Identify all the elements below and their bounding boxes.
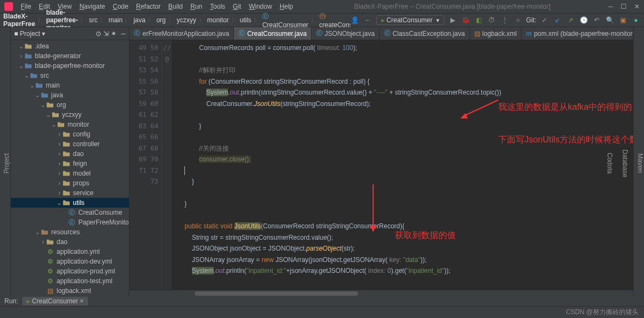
git-rollback-icon[interactable]: ↶ [592,15,602,25]
horizontal-scrollbar[interactable] [129,290,633,296]
tree-node[interactable]: ›blade-generator [11,51,129,61]
editor-tab[interactable]: ⓒCreatConsumer.java [234,27,311,40]
annotation-text-2: 下面写JsonUtils方法的时候将这个数据作为参数传入 [498,134,633,146]
tree-node[interactable]: ⓒPaperFreeMonito [11,217,129,227]
project-tree[interactable]: ⌄.idea›blade-generator⌄blade-paperfree-m… [11,40,129,296]
tree-node[interactable]: ⌄monitor [11,120,129,129]
status-bar: CSDN @努力搬砖的猪头 [0,306,644,318]
breadcrumb-item[interactable]: monitor [207,16,229,24]
tree-node[interactable]: ⚙application-dev.yml [11,257,129,266]
back-icon[interactable]: ← [363,15,373,25]
annotation-text-1: 我这里的数据是从kafka中的得到的 [498,101,633,113]
codota-icon[interactable]: ● [631,15,641,25]
window-controls: ─ ☐ ✕ [608,3,640,10]
main-area: Project Commit Structure ■ Project ▾ ⊙ ⇲… [0,27,644,296]
tree-node[interactable]: ›config [11,129,129,139]
tree-node[interactable]: ▤logback.xml [11,286,129,296]
tree-node[interactable]: ›props [11,178,129,188]
breadcrumb-item[interactable]: ⓜ createConsumer [319,12,350,29]
project-tool-button[interactable]: Project [3,153,10,173]
gutter-marks: // @ [162,40,172,290]
code-area: 49 50 51 52 53 54 55 56 57 58 59 60 61 6… [129,40,633,290]
project-panel: ■ Project ▾ ⊙ ⇲ ✶ ─ ⌄.idea›blade-generat… [11,27,129,296]
editor-tab[interactable]: ⓒClassCastException.java [380,27,470,40]
breadcrumb-item[interactable]: utils [240,16,251,24]
tree-node[interactable]: ⌄utils [11,198,129,208]
right-tool-stripe: Maven Database Codota [633,27,644,296]
tree-node[interactable]: ⌄yczxyy [11,110,129,120]
git-label: Git: [526,16,536,24]
tree-node[interactable]: ⌄blade-paperfree-monitor [11,61,129,71]
select-opened-file-icon[interactable]: ⊙ [96,30,101,38]
editor-tab[interactable]: ⓒerFreeMonitorApplication.java [129,27,234,40]
maximize-icon[interactable]: ☐ [621,3,627,10]
breadcrumb-item[interactable]: yczxyy [177,16,196,24]
annotation-text-3: 获取到数据的值 [395,230,456,241]
breadcrumb-item[interactable]: org [156,16,165,24]
tree-node[interactable]: ›dao [11,237,129,247]
user-icon[interactable]: 👤 [350,15,360,25]
minimize-icon[interactable]: ─ [608,3,613,10]
tree-node[interactable]: ⌄resources [11,227,129,237]
breadcrumb-item[interactable]: BladeX-PaperFree [3,13,35,28]
tree-node[interactable]: ›target [11,296,129,296]
editor-tab[interactable]: ▤logback.xml [470,27,522,40]
tree-node[interactable]: ⌄main [11,80,129,90]
tree-node[interactable]: ›model [11,169,129,178]
run-icon[interactable]: ▶ [448,15,457,25]
line-gutter: 49 50 51 52 53 54 55 56 57 58 59 60 61 6… [129,40,162,290]
tree-node[interactable]: ⚙application-prod.yml [11,266,129,276]
attach-icon[interactable]: ⋮ [500,15,510,25]
tree-node[interactable]: ⌄org [11,100,129,110]
git-branch-icon[interactable]: ✓ [540,15,549,25]
coverage-icon[interactable]: ◧ [474,15,484,25]
breadcrumb-item[interactable]: main [108,16,122,24]
run-label: Run: [4,297,18,305]
stop-icon[interactable]: ■ [513,15,523,25]
search-icon[interactable]: 🔍 [605,15,615,25]
run-tool-window: Run: ▸ CreatConsumer × [0,296,644,306]
project-panel-title: ■ Project ▾ [14,30,45,38]
breadcrumb-item[interactable]: java [133,16,145,24]
debug-icon[interactable]: 🐞 [461,15,470,25]
git-history-icon[interactable]: 🕓 [579,15,589,25]
git-update-icon[interactable]: ↙ [553,15,562,25]
navigation-bar: BladeX-PaperFree〉blade-paperfree-monitor… [0,13,644,27]
tree-node[interactable]: ⓒCreatConsume [11,208,129,217]
left-tool-stripe: Project Commit Structure [0,27,11,296]
project-panel-header: ■ Project ▾ ⊙ ⇲ ✶ ─ [11,27,129,40]
editor-tab[interactable]: ⓒJSONObject.java [312,27,380,40]
tree-node[interactable]: ›controller [11,139,129,149]
tree-node[interactable]: ⌄.idea [11,41,129,51]
profile-icon[interactable]: ⏱ [487,15,497,25]
git-push-icon[interactable]: ↗ [566,15,575,25]
tree-node[interactable]: ⌄java [11,90,129,100]
run-tab[interactable]: ▸ CreatConsumer × [22,297,88,305]
expand-all-icon[interactable]: ⇲ [103,30,109,38]
run-toolbar: 👤 ← ▸CreatConsumer ▾ ▶ 🐞 ◧ ⏱ ⋮ ■ Git: ✓ … [350,15,641,25]
tree-node[interactable]: ›feign [11,159,129,169]
tree-node[interactable]: ⌄src [11,71,129,80]
breadcrumb-item[interactable]: src [89,16,97,24]
watermark: CSDN @努力搬砖的猪头 [566,308,639,317]
run-config-dropdown[interactable]: ▸CreatConsumer ▾ [376,15,445,25]
tree-node[interactable]: ›service [11,188,129,198]
tree-node[interactable]: ›dao [11,149,129,159]
tree-node[interactable]: ⚙application-test.yml [11,276,129,286]
code-body[interactable]: ConsumerRecords poll = consumer.poll( ti… [172,40,633,290]
collapse-icon[interactable]: ✶ [111,30,116,38]
maven-tool-button[interactable]: Maven [636,153,644,173]
close-icon[interactable]: ✕ [634,3,640,10]
hide-icon[interactable]: ─ [121,30,126,38]
editor: ⓒerFreeMonitorApplication.javaⓒCreatCons… [129,27,633,296]
ide-settings-icon[interactable]: ▣ [618,15,628,25]
editor-tabs: ⓒerFreeMonitorApplication.javaⓒCreatCons… [129,27,633,40]
editor-tab[interactable]: mpom.xml (blade-paperfree-monitor-api) [522,27,633,40]
tree-node[interactable]: ⚙application.yml [11,247,129,257]
breadcrumb-item[interactable]: ⓒ CreatConsumer [262,12,308,29]
